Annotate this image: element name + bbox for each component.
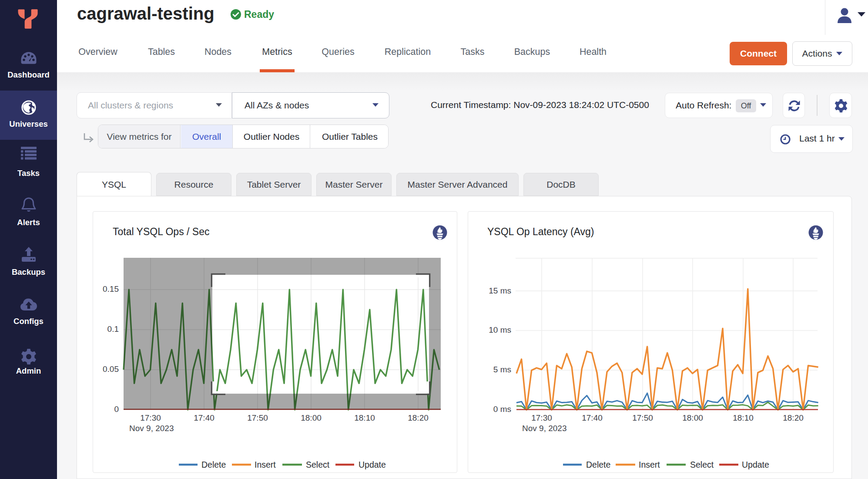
svg-text:0: 0 xyxy=(114,405,119,414)
svg-text:Delete: Delete xyxy=(586,460,610,469)
svg-text:18:00: 18:00 xyxy=(301,413,322,422)
svg-text:5 ms: 5 ms xyxy=(493,365,511,374)
svg-text:Insert: Insert xyxy=(255,460,276,469)
svg-text:0 ms: 0 ms xyxy=(493,405,511,414)
svg-text:15 ms: 15 ms xyxy=(489,286,511,295)
svg-text:Select: Select xyxy=(306,460,330,469)
svg-text:0.15: 0.15 xyxy=(103,284,119,293)
svg-text:0.1: 0.1 xyxy=(107,324,119,334)
svg-text:18:10: 18:10 xyxy=(354,413,375,422)
svg-text:17:40: 17:40 xyxy=(194,413,214,422)
svg-text:17:40: 17:40 xyxy=(582,413,603,422)
svg-text:0.05: 0.05 xyxy=(103,364,119,374)
svg-text:17:50: 17:50 xyxy=(632,413,653,422)
svg-text:Update: Update xyxy=(359,460,386,469)
svg-text:17:30: 17:30 xyxy=(140,413,161,422)
svg-text:Nov 9, 2023: Nov 9, 2023 xyxy=(129,424,174,433)
svg-text:18:20: 18:20 xyxy=(408,413,429,422)
svg-text:Insert: Insert xyxy=(639,460,660,469)
svg-text:10 ms: 10 ms xyxy=(489,325,511,334)
svg-text:18:00: 18:00 xyxy=(682,413,703,422)
svg-text:Nov 9, 2023: Nov 9, 2023 xyxy=(522,424,566,433)
svg-text:17:30: 17:30 xyxy=(531,413,552,422)
svg-text:17:50: 17:50 xyxy=(247,413,268,422)
svg-text:Update: Update xyxy=(742,460,769,469)
svg-text:Delete: Delete xyxy=(201,460,226,469)
svg-text:18:20: 18:20 xyxy=(783,413,804,422)
svg-text:18:10: 18:10 xyxy=(733,413,754,422)
svg-text:Select: Select xyxy=(690,460,714,469)
